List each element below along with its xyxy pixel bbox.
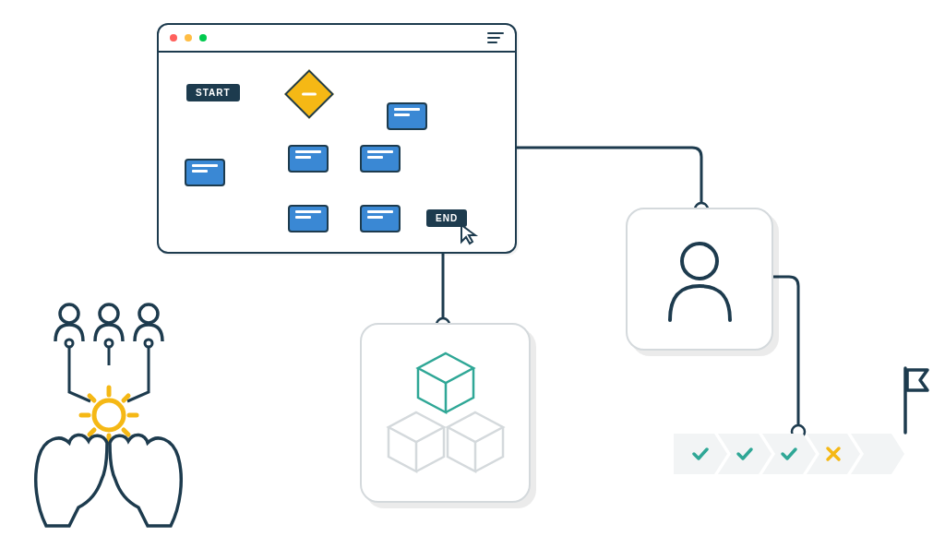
- gear-icon: [81, 387, 137, 443]
- progress-track: [674, 434, 895, 475]
- check-icon: [778, 443, 800, 465]
- flow-node: [185, 159, 225, 186]
- svg-point-12: [60, 304, 78, 323]
- svg-point-14: [139, 304, 158, 323]
- diagram-canvas: START END: [0, 0, 945, 560]
- flow-node: [288, 205, 329, 232]
- decision-node: [284, 69, 334, 119]
- flag-icon: [900, 364, 932, 436]
- start-node: START: [186, 84, 240, 101]
- team-support-illustration: [18, 295, 198, 526]
- flow-node: [360, 145, 401, 173]
- svg-line-27: [124, 430, 128, 435]
- svg-point-15: [66, 340, 73, 347]
- cubes-card: [360, 323, 531, 503]
- hamburger-icon: [487, 32, 504, 43]
- flow-node: [288, 145, 329, 173]
- progress-step: [674, 434, 727, 474]
- maximize-dot-icon: [199, 34, 207, 42]
- svg-line-28: [90, 430, 94, 435]
- minimize-dot-icon: [185, 34, 192, 42]
- flow-node: [360, 205, 401, 232]
- svg-point-11: [682, 244, 717, 279]
- close-dot-icon: [170, 34, 177, 42]
- flow-node: [387, 102, 427, 130]
- flowchart-area: START END: [159, 53, 515, 252]
- window-titlebar: [159, 25, 515, 53]
- user-icon: [661, 235, 739, 323]
- cursor-icon: [459, 223, 481, 245]
- check-icon: [734, 443, 756, 465]
- svg-point-21: [94, 400, 124, 430]
- traffic-lights: [170, 34, 207, 42]
- svg-line-29: [124, 396, 128, 400]
- svg-point-19: [145, 340, 152, 347]
- svg-point-13: [100, 304, 118, 323]
- cross-icon: [822, 443, 844, 465]
- svg-point-17: [105, 340, 113, 347]
- check-icon: [689, 443, 712, 465]
- hands-icon: [36, 435, 182, 526]
- cubes-icon: [381, 346, 510, 480]
- user-card: [626, 208, 773, 351]
- flowchart-window: START END: [157, 23, 517, 254]
- team-users-icon: [55, 304, 162, 341]
- svg-line-26: [90, 396, 94, 400]
